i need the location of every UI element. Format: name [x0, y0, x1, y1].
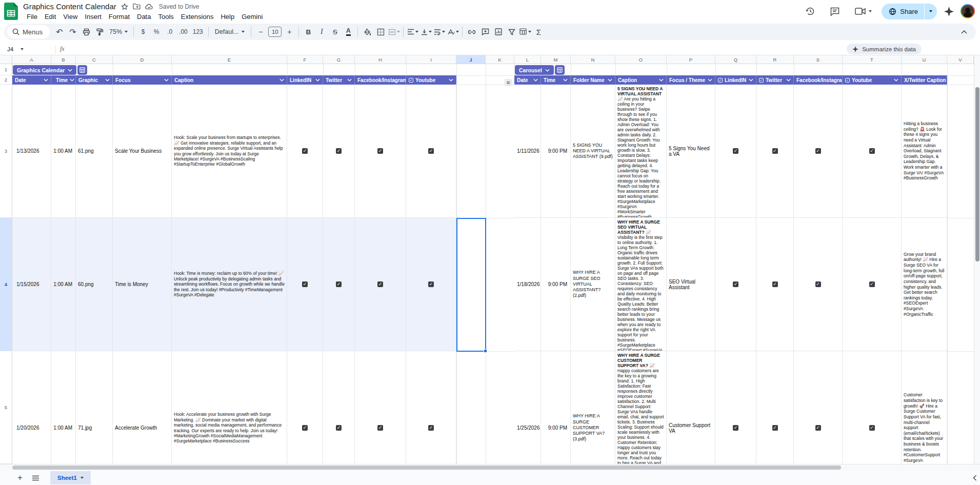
checkbox-checked[interactable]: ✓ [302, 281, 308, 287]
column-header-letter-C[interactable]: C [76, 55, 113, 64]
column-header-youtube[interactable]: ✓Youtube [406, 75, 456, 85]
active-cell-reference[interactable]: J4 [7, 46, 13, 52]
checkbox-checked[interactable]: ✓ [377, 425, 383, 431]
decrease-decimal-button[interactable]: .0 [163, 25, 176, 38]
cell-focus-theme[interactable]: Customer Support VA [667, 351, 715, 464]
cell-graphic[interactable]: 60.png [76, 218, 113, 351]
table-handle-icon[interactable]: ⊞ [505, 79, 512, 86]
checkbox-checked[interactable]: ✓ [428, 425, 434, 431]
column-header-date[interactable]: Date [514, 75, 541, 85]
cell-caption[interactable]: WHY HIRE A SURGE SEO VIRTUAL ASSISTANT? … [615, 218, 667, 351]
column-header-letter-D[interactable]: D [113, 55, 172, 64]
share-dropdown[interactable] [925, 4, 937, 19]
move-to-folder-icon[interactable] [133, 3, 141, 10]
row-header-number-2[interactable]: 2 [0, 75, 12, 85]
insert-link-button[interactable] [465, 25, 478, 38]
column-header-letter-R[interactable]: R [756, 55, 794, 64]
cell-focus[interactable]: Scale Your Business [113, 85, 172, 218]
table-views-button[interactable] [518, 25, 532, 38]
share-button[interactable]: Share [882, 4, 937, 19]
cell-time[interactable]: 9:00 PM [541, 351, 571, 464]
text-rotation-button[interactable] [446, 25, 459, 38]
cell-folder-name[interactable]: WHY HIRE A SURGE CUSTOMER SUPPORT VA? (3… [571, 351, 615, 464]
menu-data[interactable]: Data [133, 13, 154, 21]
column-header-letter-P[interactable]: P [667, 55, 715, 64]
column-header-letter-J[interactable]: J [456, 55, 486, 64]
column-header-letter-F[interactable]: F [287, 55, 323, 64]
italic-button[interactable]: I [315, 25, 328, 38]
format-percent-button[interactable]: % [150, 25, 163, 38]
cell-twitter-checkbox[interactable]: ✓ [756, 85, 794, 218]
checkbox-checked[interactable]: ✓ [815, 425, 821, 431]
text-wrap-button[interactable] [433, 25, 446, 38]
avatar[interactable] [961, 4, 975, 18]
checkbox-checked[interactable]: ✓ [733, 148, 738, 154]
cell-graphic[interactable]: 61.png [76, 85, 113, 218]
menu-extensions[interactable]: Extensions [177, 13, 217, 21]
menu-insert[interactable]: Insert [81, 13, 105, 21]
table-chip-graphics-calendar[interactable]: Graphics Calendar [13, 65, 76, 75]
checkbox-checked[interactable]: ✓ [869, 425, 875, 431]
gemini-sparkle-icon[interactable] [942, 4, 955, 19]
cell-caption[interactable]: Hook: Time is money: reclaim up to 60% o… [172, 218, 287, 351]
checkbox-checked[interactable]: ✓ [336, 425, 342, 431]
column-header-focus[interactable]: Focus [113, 75, 172, 85]
column-header-facebook-instagram[interactable]: Facebook/Instagram [355, 75, 406, 85]
name-box[interactable]: J4 [0, 46, 51, 52]
column-header-caption[interactable]: Caption [615, 75, 667, 85]
column-header-letter-G[interactable]: G [323, 55, 355, 64]
font-family-select[interactable]: Defaul... [211, 28, 249, 35]
paint-format-button[interactable] [93, 25, 106, 38]
column-header-letter-O[interactable]: O [615, 55, 667, 64]
column-header-time[interactable]: Time [51, 75, 76, 85]
cell-date[interactable]: 1/20/2026 [12, 351, 51, 464]
column-header-date[interactable]: Date [12, 75, 51, 85]
cell-facebook-checkbox[interactable]: ✓ [355, 351, 406, 464]
chevron-left-icon[interactable] [973, 475, 977, 481]
table-menu-icon[interactable] [555, 65, 565, 75]
checkbox-checked[interactable]: ✓ [772, 148, 778, 154]
fill-handle[interactable] [484, 349, 487, 353]
cell-linkedin-checkbox[interactable]: ✓ [715, 85, 756, 218]
more-formats-button[interactable]: 123 [190, 25, 206, 38]
cell-date[interactable]: 1/25/2026 [514, 351, 541, 464]
format-currency-button[interactable]: $ [136, 25, 150, 38]
checkbox-checked[interactable]: ✓ [302, 148, 308, 154]
cell-youtube-checkbox[interactable]: ✓ [843, 85, 902, 218]
cell-time[interactable]: 9:00 PM [541, 85, 571, 218]
column-header-letter-B[interactable]: B [51, 55, 76, 64]
cell-facebook-checkbox[interactable]: ✓ [794, 85, 843, 218]
menu-view[interactable]: View [59, 13, 81, 21]
cell-folder-name[interactable]: 5 SIGNS YOU NEED A VIRTUAL ASSISTANT (9.… [571, 85, 615, 218]
all-sheets-button[interactable] [28, 471, 43, 484]
checkbox-checked[interactable]: ✓ [377, 148, 383, 154]
checkbox-checked[interactable]: ✓ [772, 281, 778, 287]
checkbox-checked[interactable]: ✓ [428, 281, 434, 287]
cell-x-twitter-caption[interactable]: Hitting a business ceiling? 🚨 Look for t… [902, 85, 947, 218]
horizontal-align-button[interactable] [406, 25, 419, 38]
column-header-linkedin[interactable]: ✓LinkedIN [715, 75, 756, 85]
cell-youtube-checkbox[interactable]: ✓ [843, 351, 902, 464]
cell-linkedin-checkbox[interactable]: ✓ [287, 218, 323, 351]
checkbox-checked[interactable]: ✓ [302, 425, 308, 431]
zoom-control[interactable]: 75% [106, 28, 131, 35]
column-header-letter-Q[interactable]: Q [715, 55, 756, 64]
table-menu-icon[interactable] [77, 65, 87, 75]
cell-graphic[interactable]: 71.jpg [76, 351, 113, 464]
increase-font-size-button[interactable]: + [283, 25, 296, 38]
selected-cell-J4[interactable] [456, 218, 486, 352]
vertical-scrollbar[interactable] [974, 55, 980, 464]
sheet-tab-caret-icon[interactable] [81, 477, 84, 479]
column-header-letter-V[interactable]: V [947, 55, 974, 64]
share-button-main[interactable]: Share [882, 4, 924, 19]
cell-linkedin-checkbox[interactable]: ✓ [715, 351, 756, 464]
column-header-focus-theme[interactable]: Focus / Theme [667, 75, 715, 85]
document-title[interactable]: Graphics Content Calendar [23, 2, 116, 11]
column-header-letter-L[interactable]: L [514, 55, 541, 64]
column-header-caption[interactable]: Caption [172, 75, 287, 85]
column-header-facebook-instagram[interactable]: Facebook/Instagram [794, 75, 843, 85]
checkbox-checked[interactable]: ✓ [869, 148, 875, 154]
cell-twitter-checkbox[interactable]: ✓ [323, 85, 355, 218]
column-header-letter-S[interactable]: S [794, 55, 843, 64]
cell-date[interactable]: 1/15/2026 [12, 218, 51, 351]
